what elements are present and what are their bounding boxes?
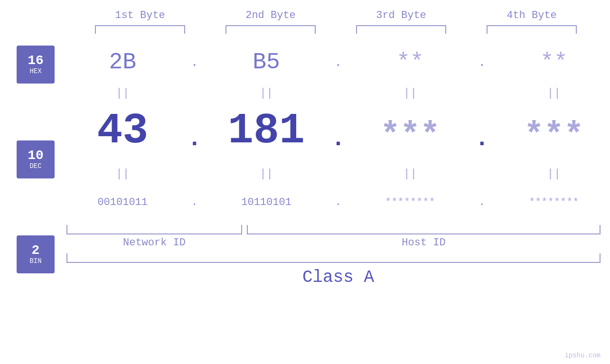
eq1-b2: ||: [219, 87, 314, 100]
dec-byte1: 43: [75, 110, 170, 152]
host-bracket: [247, 225, 601, 234]
bin-dot2: .: [331, 196, 345, 208]
class-label: Class A: [302, 268, 374, 287]
bin-badge-num: 2: [32, 244, 40, 257]
network-bracket: [66, 225, 242, 234]
hex-byte3: **: [363, 49, 458, 75]
dec-byte3: ***: [363, 119, 458, 152]
hex-dot1: .: [188, 55, 202, 70]
hex-badge-label: HEX: [29, 67, 41, 75]
top-brackets: [75, 25, 597, 34]
watermark: ipshu.com: [564, 352, 601, 359]
bin-badge: 2 BIN: [17, 235, 55, 273]
ip-rows: 2B . B5 . ** . ** || || || ||: [66, 41, 610, 287]
hex-byte1: 2B: [75, 49, 170, 75]
network-id-label: Network ID: [66, 237, 242, 249]
bin-byte4: ********: [507, 196, 601, 208]
content-area: 16 HEX 10 DEC 2 BIN 2B . B5 . **: [0, 41, 610, 287]
eq2-b3: ||: [363, 168, 458, 180]
eq2-b2: ||: [219, 168, 314, 180]
hex-row: 2B . B5 . ** . **: [66, 41, 610, 84]
bracket-top-4: [487, 25, 577, 34]
bracket-top-1: [95, 25, 185, 34]
dec-badge: 10 DEC: [17, 140, 55, 178]
byte4-header: 4th Byte: [484, 9, 579, 21]
hex-byte4: **: [507, 49, 601, 75]
hex-byte2: B5: [219, 49, 314, 75]
class-bracket-row: [66, 253, 610, 263]
host-id-label: Host ID: [247, 237, 601, 249]
dec-dot3: .: [475, 125, 489, 152]
badges-column: 16 HEX 10 DEC 2 BIN: [0, 41, 66, 287]
eq1-b1: ||: [75, 87, 170, 100]
byte3-header: 3rd Byte: [354, 9, 449, 21]
dec-byte2: 181: [219, 110, 314, 152]
hex-badge-num: 16: [28, 54, 44, 67]
bottom-brackets: [66, 225, 610, 234]
bin-byte2: 10110101: [219, 196, 314, 208]
eq1-b4: ||: [507, 87, 601, 100]
eq1-b3: ||: [363, 87, 458, 100]
bin-badge-label: BIN: [29, 257, 41, 265]
byte-headers: 1st Byte 2nd Byte 3rd Byte 4th Byte: [75, 9, 597, 21]
class-bracket: [66, 253, 601, 263]
main-container: 1st Byte 2nd Byte 3rd Byte 4th Byte 16 H…: [0, 0, 610, 364]
bin-dot3: .: [475, 196, 489, 208]
dec-dot1: .: [188, 125, 202, 152]
bin-dot1: .: [188, 196, 202, 208]
dec-badge-label: DEC: [29, 162, 41, 170]
class-label-row: Class A: [66, 263, 610, 287]
equals-row-2: || || || ||: [66, 164, 610, 183]
bracket-top-3: [356, 25, 446, 34]
eq2-b4: ||: [507, 168, 601, 180]
id-labels: Network ID Host ID: [66, 237, 610, 249]
dec-byte4: ***: [507, 119, 601, 152]
byte2-header: 2nd Byte: [223, 9, 318, 21]
bracket-top-2: [225, 25, 316, 34]
bin-byte3: ********: [363, 196, 458, 208]
hex-badge: 16 HEX: [17, 46, 55, 84]
dec-dot2: .: [331, 125, 345, 152]
bin-row: 00101011 . 10110101 . ******** . *******…: [66, 183, 610, 221]
bin-byte1: 00101011: [75, 196, 170, 208]
hex-dot3: .: [475, 55, 489, 70]
eq2-b1: ||: [75, 168, 170, 180]
hex-dot2: .: [331, 55, 345, 70]
dec-badge-num: 10: [28, 149, 44, 162]
dec-row: 43 . 181 . *** . ***: [66, 103, 610, 164]
equals-row-1: || || || ||: [66, 84, 610, 103]
byte1-header: 1st Byte: [93, 9, 188, 21]
